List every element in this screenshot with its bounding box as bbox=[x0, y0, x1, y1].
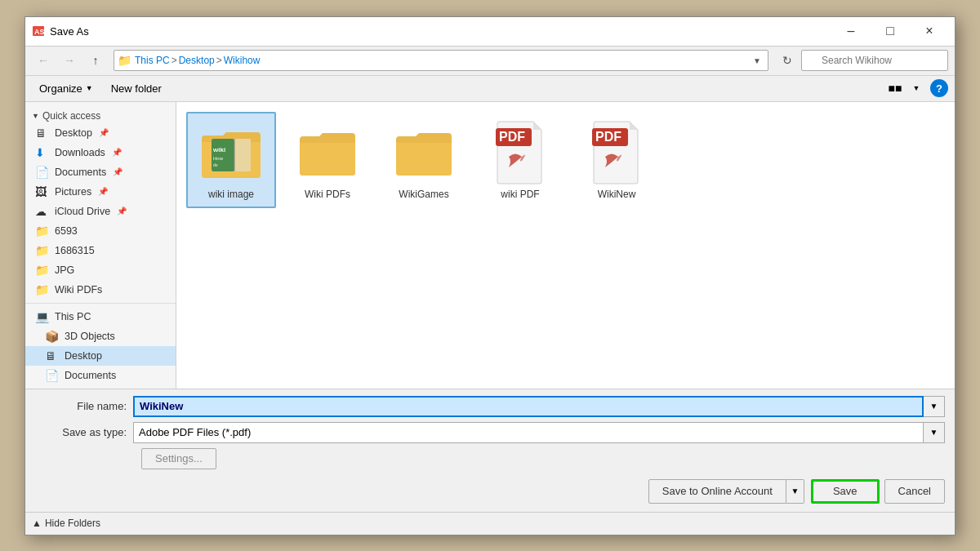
folder-games-svg bbox=[394, 127, 453, 179]
back-button[interactable]: ← bbox=[32, 49, 55, 72]
settings-button[interactable]: Settings... bbox=[141, 448, 216, 469]
save-button[interactable]: Save bbox=[811, 479, 880, 504]
help-button[interactable]: ? bbox=[930, 79, 948, 97]
file-grid: wiki How do wiki image bbox=[186, 112, 945, 208]
minimize-button[interactable]: – bbox=[832, 16, 870, 46]
settings-row: Settings... bbox=[141, 448, 945, 469]
folder-icon-wikipdfs: 📁 bbox=[35, 283, 50, 296]
sidebar-item-3d-objects[interactable]: 📦 3D Objects bbox=[25, 327, 176, 346]
hide-folders-button[interactable]: ▲ Hide Folders bbox=[32, 518, 100, 529]
sidebar-item-label: 1686315 bbox=[55, 245, 95, 256]
folder-svg bbox=[298, 127, 357, 179]
filename-dropdown[interactable]: ▼ bbox=[924, 396, 945, 417]
quick-access-chevron: ▼ bbox=[32, 112, 39, 120]
up-button[interactable]: ↑ bbox=[84, 49, 107, 72]
folder-icon-1686315: 📁 bbox=[35, 244, 50, 257]
file-label-wiki-image: wiki image bbox=[208, 189, 254, 200]
dialog-title: Save As bbox=[50, 25, 832, 38]
sidebar-item-6593[interactable]: 📁 6593 bbox=[25, 221, 176, 241]
button-row: Save to Online Account ▼ Save Cancel bbox=[35, 476, 945, 505]
address-dropdown-button[interactable]: ▼ bbox=[750, 56, 764, 65]
filetype-row: Save as type: Adobe PDF Files (*.pdf) ▼ bbox=[35, 422, 945, 443]
view-button[interactable]: ■■ bbox=[884, 78, 906, 99]
sidebar-item-this-pc[interactable]: 💻 This PC bbox=[25, 307, 176, 327]
folder-image-svg: wiki How do bbox=[198, 124, 264, 181]
file-item-wiki-pdfs[interactable]: Wiki PDFs bbox=[283, 112, 372, 208]
sidebar-item-label: 3D Objects bbox=[65, 331, 115, 342]
file-item-wiki-pdf[interactable]: PDF wiki PDF bbox=[475, 112, 565, 208]
save-online-button[interactable]: Save to Online Account bbox=[648, 479, 786, 504]
file-label-wiki-pdfs: Wiki PDFs bbox=[305, 189, 350, 200]
search-container: 🔍 bbox=[801, 50, 948, 71]
pin-icon-pic: 📌 bbox=[98, 187, 108, 196]
forward-button[interactable]: → bbox=[58, 49, 81, 72]
navigation-toolbar: ← → ↑ 📁 This PC > Desktop > Wikihow ▼ ↻ … bbox=[25, 47, 955, 76]
sidebar-item-wiki-pdfs[interactable]: 📁 Wiki PDFs bbox=[25, 280, 176, 300]
organize-button[interactable]: Organize ▼ bbox=[32, 78, 100, 99]
svg-text:do: do bbox=[213, 162, 218, 167]
sidebar-item-documents-pc[interactable]: 📄 Documents bbox=[25, 366, 176, 385]
sidebar-item-pictures[interactable]: 🖼 Pictures 📌 bbox=[25, 182, 176, 202]
sidebar-item-1686315[interactable]: 📁 1686315 bbox=[25, 241, 176, 260]
quick-access-label: Quick access bbox=[42, 110, 100, 122]
filetype-dropdown[interactable]: ▼ bbox=[924, 422, 945, 443]
wiki-games-icon bbox=[391, 120, 457, 185]
save-online-group: Save to Online Account ▼ bbox=[648, 479, 804, 504]
filename-row: File name: ▼ bbox=[35, 396, 945, 417]
icloud-icon: ☁ bbox=[35, 205, 50, 218]
sidebar-item-label: Desktop bbox=[55, 127, 92, 139]
search-input[interactable] bbox=[801, 50, 948, 71]
sidebar-item-label: Wiki PDFs bbox=[55, 284, 102, 295]
desktop-pc-icon: 🖥 bbox=[45, 349, 60, 362]
filename-label: File name: bbox=[35, 400, 133, 412]
file-item-wiki-new[interactable]: PDF WikiNew bbox=[572, 112, 662, 208]
file-label-wiki-new: WikiNew bbox=[598, 189, 636, 200]
pdf-svg-2: PDF bbox=[589, 120, 644, 185]
breadcrumb-folder-icon: 📁 bbox=[118, 54, 131, 67]
pdf-svg-1: PDF bbox=[492, 120, 548, 185]
breadcrumb-wikihow: Wikihow bbox=[224, 55, 261, 66]
refresh-button[interactable]: ↻ bbox=[777, 50, 798, 71]
sidebar-item-label: Documents bbox=[65, 370, 116, 381]
downloads-icon: ⬇ bbox=[35, 146, 50, 159]
save-online-dropdown[interactable]: ▼ bbox=[786, 479, 804, 504]
filetype-label: Save as type: bbox=[35, 426, 133, 438]
cancel-button[interactable]: Cancel bbox=[884, 479, 945, 504]
file-item-wiki-games[interactable]: WikiGames bbox=[379, 112, 469, 208]
wiki-new-icon: PDF bbox=[584, 120, 649, 185]
new-folder-button[interactable]: New folder bbox=[104, 78, 169, 99]
sidebar-item-documents[interactable]: 📄 Documents 📌 bbox=[25, 162, 176, 182]
sidebar-item-desktop[interactable]: 🖥 Desktop 📌 bbox=[25, 123, 176, 143]
svg-rect-7 bbox=[234, 139, 251, 171]
close-button[interactable]: × bbox=[911, 16, 948, 46]
this-pc-icon: 💻 bbox=[35, 310, 50, 323]
sidebar-item-jpg[interactable]: 📁 JPG bbox=[25, 260, 176, 280]
3d-objects-icon: 📦 bbox=[45, 330, 60, 343]
svg-text:How: How bbox=[213, 156, 224, 161]
sidebar-item-downloads[interactable]: ⬇ Downloads 📌 bbox=[25, 143, 176, 162]
sidebar-item-label: 6593 bbox=[55, 225, 78, 237]
documents-icon: 📄 bbox=[35, 166, 50, 179]
sidebar-item-label: Documents bbox=[55, 167, 106, 178]
sidebar-item-label: This PC bbox=[55, 311, 91, 322]
bottom-bar: File name: ▼ Save as type: Adobe PDF Fil… bbox=[25, 389, 955, 512]
sidebar-item-icloud[interactable]: ☁ iCloud Drive 📌 bbox=[25, 202, 176, 221]
file-label-wiki-pdf: wiki PDF bbox=[501, 189, 539, 200]
maximize-button[interactable]: □ bbox=[871, 16, 909, 46]
file-label-wiki-games: WikiGames bbox=[399, 189, 448, 200]
main-area: ▼ Quick access 🖥 Desktop 📌 ⬇ Downloads 📌… bbox=[25, 102, 955, 389]
view-dropdown-button[interactable]: ▼ bbox=[906, 78, 927, 99]
address-bar[interactable]: 📁 This PC > Desktop > Wikihow ▼ bbox=[114, 50, 768, 71]
hide-folders-bar: ▲ Hide Folders bbox=[25, 512, 955, 535]
breadcrumb-sep-1: > bbox=[172, 55, 177, 66]
filename-input[interactable] bbox=[133, 396, 924, 417]
svg-text:AS: AS bbox=[34, 28, 45, 36]
breadcrumb-desktop: Desktop bbox=[179, 55, 215, 66]
sidebar-item-desktop-pc[interactable]: 🖥 Desktop bbox=[25, 346, 176, 366]
quick-access-header[interactable]: ▼ Quick access bbox=[25, 105, 176, 123]
pin-icon-dl: 📌 bbox=[112, 148, 122, 157]
title-bar: AS Save As – □ × bbox=[25, 17, 955, 47]
breadcrumb-sep-2: > bbox=[216, 55, 222, 66]
file-item-wiki-image[interactable]: wiki How do wiki image bbox=[186, 112, 276, 208]
documents-pc-icon: 📄 bbox=[45, 369, 60, 382]
